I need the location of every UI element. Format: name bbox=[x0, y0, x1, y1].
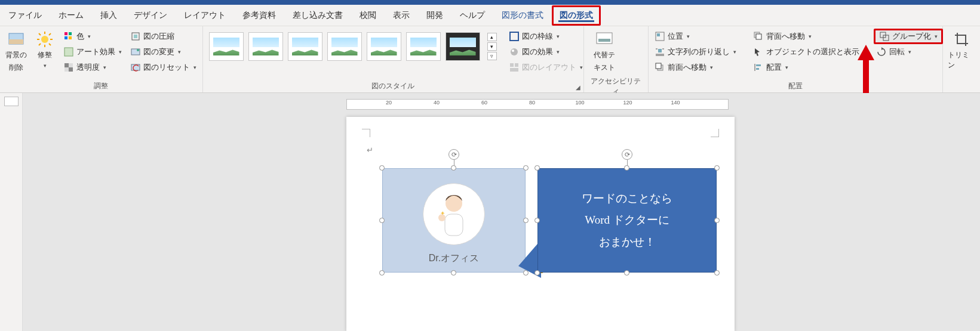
tab-shape-format[interactable]: 図形の書式 bbox=[493, 5, 552, 26]
resize-handle[interactable] bbox=[534, 270, 540, 276]
group-objects-button[interactable]: グループ化▾ bbox=[874, 29, 943, 44]
style-thumb[interactable] bbox=[367, 32, 401, 61]
chevron-down-icon: ▾ bbox=[557, 33, 560, 39]
style-thumb[interactable] bbox=[248, 32, 283, 61]
resize-handle[interactable] bbox=[451, 165, 456, 171]
svg-rect-11 bbox=[64, 32, 67, 35]
style-thumb[interactable] bbox=[446, 32, 480, 61]
textbox-body[interactable]: ワードのことなら Word ドクターに おまかせ！ bbox=[537, 168, 717, 273]
resize-handle[interactable] bbox=[534, 218, 540, 223]
resize-handle[interactable] bbox=[624, 165, 629, 171]
resize-handle[interactable] bbox=[714, 270, 720, 276]
chevron-down-icon: ▾ bbox=[733, 49, 736, 55]
wrap-icon bbox=[655, 47, 665, 57]
group-adjust-label: 調整 bbox=[4, 80, 199, 92]
bring-forward-button[interactable]: 前面へ移動▾ bbox=[652, 60, 739, 75]
resize-handle[interactable] bbox=[534, 165, 540, 171]
gallery-more-button[interactable]: ▿ bbox=[487, 52, 497, 60]
resize-handle[interactable] bbox=[451, 270, 456, 276]
rotation-handle[interactable]: ⟳ bbox=[448, 149, 459, 160]
group-styles-label: 図のスタイル bbox=[207, 80, 580, 92]
resize-handle[interactable] bbox=[523, 270, 529, 276]
picture-body[interactable]: ✦ Dr.オフィス bbox=[382, 168, 526, 273]
group-adjust: 背景の 削除 修整 ▾ 色▾ アート効果▾ bbox=[0, 26, 203, 92]
chevron-down-icon: ▾ bbox=[935, 33, 938, 39]
style-thumb[interactable] bbox=[209, 32, 244, 61]
selected-picture[interactable]: ✦ Dr.オフィス ⟳ bbox=[382, 168, 526, 273]
selection-pane-button[interactable]: オブジェクトの選択と表示 bbox=[751, 44, 862, 60]
position-button[interactable]: 位置▾ bbox=[652, 29, 739, 44]
picture-layout-icon bbox=[509, 62, 520, 73]
transparency-icon bbox=[63, 62, 74, 73]
style-thumb[interactable] bbox=[288, 32, 322, 61]
tab-picture-format[interactable]: 図の形式 bbox=[552, 5, 601, 26]
gallery-down-button[interactable]: ▾ bbox=[487, 42, 497, 51]
horizontal-ruler[interactable]: 20 40 60 80 100 120 140 bbox=[346, 99, 729, 110]
picture-effects-button[interactable]: 図の効果▾ bbox=[506, 44, 585, 60]
reset-picture-button[interactable]: 図のリセット▾ bbox=[128, 60, 199, 75]
picture-styles-gallery[interactable]: ▴ ▾ ▿ bbox=[207, 29, 499, 64]
tab-references[interactable]: 参考資料 bbox=[234, 5, 284, 26]
svg-text:✦: ✦ bbox=[440, 210, 445, 216]
tab-help[interactable]: ヘルプ bbox=[451, 5, 493, 26]
rotate-button[interactable]: 回転▾ bbox=[874, 44, 943, 60]
crop-button[interactable]: トリミン bbox=[947, 29, 976, 73]
resize-handle[interactable] bbox=[379, 165, 385, 171]
chevron-down-icon: ▾ bbox=[580, 64, 583, 70]
align-label: 配置 bbox=[766, 62, 782, 73]
resize-handle[interactable] bbox=[379, 218, 385, 223]
tab-insert[interactable]: 挿入 bbox=[92, 5, 125, 26]
ruler-mark: 140 bbox=[671, 100, 680, 106]
resize-handle[interactable] bbox=[523, 218, 529, 223]
remove-background-button[interactable]: 背景の 削除 bbox=[4, 29, 29, 75]
rotation-handle[interactable]: ⟳ bbox=[622, 149, 632, 160]
artistic-effects-button[interactable]: アート効果▾ bbox=[61, 44, 124, 60]
chevron-down-icon: ▾ bbox=[908, 49, 911, 55]
compress-pictures-button[interactable]: 図の圧縮 bbox=[128, 29, 199, 44]
tab-view[interactable]: 表示 bbox=[385, 5, 418, 26]
resize-handle[interactable] bbox=[624, 270, 629, 276]
tab-design[interactable]: デザイン bbox=[125, 5, 176, 26]
crop-icon bbox=[953, 31, 970, 48]
align-button[interactable]: 配置▾ bbox=[751, 60, 862, 75]
tab-file[interactable]: ファイル bbox=[0, 5, 50, 26]
tab-review[interactable]: 校閲 bbox=[351, 5, 385, 26]
compress-label: 図の圧縮 bbox=[143, 31, 174, 42]
svg-rect-30 bbox=[598, 39, 610, 42]
send-backward-icon bbox=[753, 31, 764, 42]
alt-text-button[interactable]: 代替テ キスト bbox=[588, 29, 621, 75]
color-button[interactable]: 色▾ bbox=[61, 29, 124, 44]
corrections-button[interactable]: 修整 ▾ bbox=[32, 29, 57, 71]
resize-handle[interactable] bbox=[714, 218, 720, 223]
resize-handle[interactable] bbox=[523, 165, 529, 171]
textbox-line: おまかせ！ bbox=[599, 231, 656, 253]
nav-thumbnail[interactable] bbox=[4, 97, 19, 106]
styles-dialog-launcher[interactable]: ◢ bbox=[574, 83, 582, 91]
send-backward-label: 背面へ移動 bbox=[766, 31, 805, 42]
picture-border-button[interactable]: 図の枠線▾ bbox=[506, 29, 585, 44]
chevron-down-icon: ▾ bbox=[710, 64, 713, 70]
alt-text-icon bbox=[596, 31, 613, 48]
tab-mailings[interactable]: 差し込み文書 bbox=[284, 5, 351, 26]
svg-rect-28 bbox=[510, 68, 518, 72]
gallery-up-button[interactable]: ▴ bbox=[487, 33, 497, 41]
transparency-button[interactable]: 透明度▾ bbox=[61, 60, 124, 75]
navigation-pane[interactable] bbox=[0, 93, 23, 331]
style-thumb[interactable] bbox=[327, 32, 362, 61]
selected-textbox[interactable]: ワードのことなら Word ドクターに おまかせ！ ⟳ bbox=[537, 168, 717, 273]
send-backward-button[interactable]: 背面へ移動▾ bbox=[751, 29, 862, 44]
rotate-icon bbox=[876, 47, 887, 57]
wrap-text-button[interactable]: 文字列の折り返し▾ bbox=[652, 44, 739, 60]
alt-text-label2: キスト bbox=[594, 63, 615, 73]
change-picture-button[interactable]: 図の変更▾ bbox=[128, 44, 199, 60]
tab-developer[interactable]: 開発 bbox=[418, 5, 451, 26]
resize-handle[interactable] bbox=[714, 165, 720, 171]
resize-handle[interactable] bbox=[379, 270, 385, 276]
group-picture-styles: ▴ ▾ ▿ 図の枠線▾ 図の効果▾ 図のレイアウト▾ bbox=[203, 26, 584, 92]
svg-rect-39 bbox=[656, 63, 661, 69]
tab-home[interactable]: ホーム bbox=[50, 5, 92, 26]
chevron-down-icon: ▾ bbox=[119, 49, 122, 55]
tab-layout[interactable]: レイアウト bbox=[176, 5, 234, 26]
document-page[interactable]: ↵ ✦ Dr.オフィス ⟳ bbox=[346, 117, 735, 331]
style-thumb[interactable] bbox=[406, 32, 441, 61]
